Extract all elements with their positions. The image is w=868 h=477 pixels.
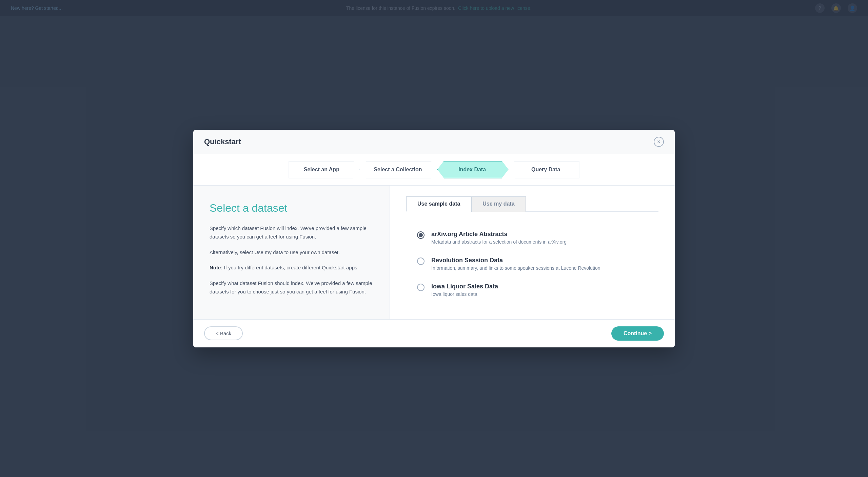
close-button[interactable]: × (654, 137, 664, 147)
dataset-iowa-content: Iowa Liquor Sales Data Iowa liquor sales… (431, 283, 498, 297)
modal-footer: < Back Continue > (193, 319, 675, 347)
left-panel-para-1: Specify which dataset Fusion will index.… (210, 224, 373, 241)
dataset-arxiv-content: arXiv.org Article Abstracts Metadata and… (431, 231, 567, 245)
dataset-revolution-content: Revolution Session Data Information, sum… (431, 257, 600, 271)
radio-inner-arxiv (419, 233, 423, 237)
note-text: If you try different datasets, create di… (224, 265, 359, 270)
left-panel-para-4: Specify what dataset Fusion should index… (210, 279, 373, 296)
dataset-arxiv-desc: Metadata and abstracts for a selection o… (431, 239, 567, 245)
step-2-label: Select a Collection (359, 161, 437, 178)
step-1-label: Select an App (289, 161, 360, 178)
dataset-option-iowa[interactable]: Iowa Liquor Sales Data Iowa liquor sales… (417, 283, 648, 297)
dataset-options: arXiv.org Article Abstracts Metadata and… (406, 228, 658, 300)
left-panel-para-2: Alternatively, select Use my data to use… (210, 248, 373, 257)
step-4-label: Query Data (508, 161, 579, 178)
tab-use-my-data[interactable]: Use my data (471, 196, 526, 212)
dataset-iowa-desc: Iowa liquor sales data (431, 291, 498, 297)
stepper: Select an App Select a Collection Index … (204, 161, 664, 178)
step-4: Query Data (508, 161, 579, 178)
back-button[interactable]: < Back (204, 326, 243, 340)
quickstart-modal: Quickstart × Select an App Select a Coll… (193, 130, 675, 347)
step-3: Index Data (437, 161, 509, 178)
continue-button[interactable]: Continue > (611, 326, 664, 341)
dataset-iowa-title: Iowa Liquor Sales Data (431, 283, 498, 290)
modal-body: Select a dataset Specify which dataset F… (193, 186, 675, 319)
step-3-label: Index Data (437, 161, 509, 178)
left-panel: Select a dataset Specify which dataset F… (193, 186, 390, 319)
right-panel: Use sample data Use my data arXiv.org Ar… (390, 186, 675, 319)
radio-revolution[interactable] (417, 257, 425, 265)
tab-use-sample-data[interactable]: Use sample data (406, 196, 471, 212)
dataset-option-arxiv[interactable]: arXiv.org Article Abstracts Metadata and… (417, 231, 648, 245)
dataset-revolution-desc: Information, summary, and links to some … (431, 265, 600, 271)
step-1: Select an App (289, 161, 360, 178)
modal-title: Quickstart (204, 137, 241, 146)
dataset-option-revolution[interactable]: Revolution Session Data Information, sum… (417, 257, 648, 271)
modal-overlay: Quickstart × Select an App Select a Coll… (0, 0, 868, 477)
modal-header: Quickstart × (193, 130, 675, 154)
left-panel-heading: Select a dataset (210, 202, 373, 214)
step-2: Select a Collection (359, 161, 437, 178)
dataset-revolution-title: Revolution Session Data (431, 257, 600, 264)
stepper-container: Select an App Select a Collection Index … (193, 154, 675, 186)
radio-arxiv[interactable] (417, 231, 425, 239)
left-panel-note: Note: If you try different datasets, cre… (210, 263, 373, 272)
tabs-container: Use sample data Use my data (406, 196, 658, 212)
dataset-arxiv-title: arXiv.org Article Abstracts (431, 231, 567, 238)
radio-iowa[interactable] (417, 284, 425, 291)
note-label: Note: (210, 265, 222, 270)
